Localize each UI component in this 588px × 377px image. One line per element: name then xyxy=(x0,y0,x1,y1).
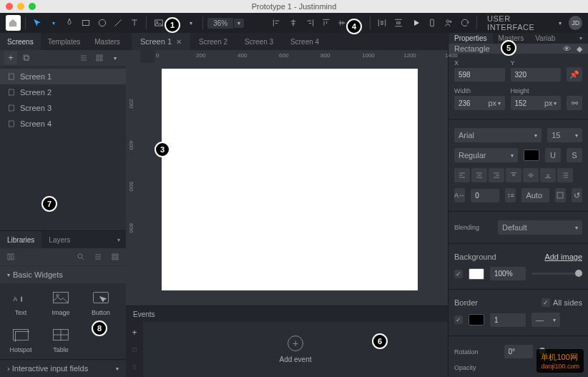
library-list-view[interactable] xyxy=(92,250,104,263)
add-image-link[interactable]: Add image xyxy=(544,253,582,261)
all-sides-checkbox[interactable]: ✓ xyxy=(542,298,550,307)
canvas[interactable] xyxy=(140,63,448,305)
text-tool[interactable] xyxy=(127,15,142,31)
workspace-select[interactable]: USER INTERFACE▾ xyxy=(481,14,567,31)
masters-tab[interactable]: Masters xyxy=(87,33,127,50)
device-preview[interactable] xyxy=(425,15,440,31)
widget-button[interactable]: Button xyxy=(86,289,116,316)
border-style-select[interactable]: —▾ xyxy=(531,313,560,327)
add-dropdown[interactable]: ▾ xyxy=(184,15,199,31)
library-search-button[interactable] xyxy=(74,250,87,263)
image-tool[interactable] xyxy=(151,15,166,31)
x-input[interactable] xyxy=(454,68,505,82)
visibility-icon[interactable]: 👁 xyxy=(563,44,571,54)
transform-icon[interactable] xyxy=(555,188,566,202)
add-screen-button[interactable]: + xyxy=(4,52,17,64)
border-color-swatch[interactable] xyxy=(469,314,484,325)
align-center-h[interactable] xyxy=(286,15,301,31)
library-menu-button[interactable] xyxy=(4,250,17,263)
add-event-side-button[interactable]: + xyxy=(128,326,141,339)
library-grid-view[interactable] xyxy=(109,250,122,263)
library-footer[interactable]: › Interactive input fields▾ xyxy=(0,359,126,377)
text-align-top[interactable] xyxy=(506,168,521,182)
char-spacing-input[interactable] xyxy=(471,189,499,202)
font-size-select[interactable]: 15▾ xyxy=(547,128,582,142)
blending-select[interactable]: Default▾ xyxy=(498,220,582,235)
text-align-left[interactable] xyxy=(454,168,470,182)
height-input[interactable] xyxy=(515,99,544,107)
zoom-control[interactable]: 36% ▾ xyxy=(207,18,244,29)
rotation-input[interactable] xyxy=(504,345,533,358)
close-tab-icon[interactable]: ✕ xyxy=(176,38,182,46)
artboard[interactable] xyxy=(162,69,418,290)
screen-row-3[interactable]: Screen 3 xyxy=(0,100,126,116)
select-dropdown[interactable]: ▾ xyxy=(46,15,61,31)
ellipse-tool[interactable] xyxy=(94,15,109,31)
screen-row-1[interactable]: Screen 1 xyxy=(0,69,126,84)
background-checkbox[interactable]: ✓ xyxy=(454,270,463,278)
pen-tool[interactable] xyxy=(62,15,77,31)
user-avatar[interactable]: JD xyxy=(569,16,582,30)
zoom-value[interactable]: 36% xyxy=(207,18,233,29)
width-input[interactable] xyxy=(459,99,487,107)
properties-tab[interactable]: Properties xyxy=(449,33,493,44)
list-button[interactable] xyxy=(557,168,573,182)
border-checkbox[interactable]: ✓ xyxy=(454,315,463,324)
sync-button[interactable] xyxy=(457,15,472,31)
add-event-button[interactable]: + xyxy=(288,336,303,351)
widget-text[interactable]: AIText xyxy=(6,289,36,316)
font-weight-select[interactable]: Regular▾ xyxy=(454,148,518,162)
reset-text-icon[interactable]: ↺ xyxy=(572,188,582,202)
line-tool[interactable] xyxy=(111,15,126,31)
duplicate-screen-button[interactable] xyxy=(20,52,33,64)
widget-table[interactable]: Table xyxy=(46,326,76,353)
distribute-v[interactable] xyxy=(391,15,406,31)
text-align-right[interactable] xyxy=(489,168,504,182)
maximize-window[interactable] xyxy=(29,3,36,10)
templates-tab[interactable]: Templates xyxy=(41,33,88,50)
lock-icon[interactable]: ◆ xyxy=(577,44,582,54)
lib-tabs-dropdown[interactable]: ▾ xyxy=(112,237,126,243)
widget-image[interactable]: Image xyxy=(46,289,76,316)
add-tool[interactable]: + xyxy=(167,15,182,31)
layers-tab[interactable]: Layers xyxy=(41,231,77,248)
pin-icon[interactable]: 📌 xyxy=(567,67,582,82)
font-family-select[interactable]: Arial▾ xyxy=(454,128,542,142)
play-button[interactable] xyxy=(408,15,423,31)
underline-button[interactable]: U xyxy=(545,148,561,162)
rectangle-tool[interactable] xyxy=(79,15,94,31)
canvas-tab-3[interactable]: Screen 3 xyxy=(236,33,282,50)
y-input[interactable] xyxy=(511,68,562,82)
right-tabs-dropdown[interactable]: ▾ xyxy=(574,35,588,41)
border-width-input[interactable] xyxy=(490,313,526,327)
canvas-tab-4[interactable]: Screen 4 xyxy=(282,33,328,50)
link-dimensions-icon[interactable]: ⚯ xyxy=(567,96,582,110)
text-align-center[interactable] xyxy=(471,168,487,182)
home-button[interactable] xyxy=(6,15,21,31)
share-button[interactable] xyxy=(441,15,456,31)
align-right[interactable] xyxy=(303,15,318,31)
align-bottom[interactable] xyxy=(351,15,366,31)
widget-hotspot[interactable]: Hotspot xyxy=(6,326,36,353)
background-color-swatch[interactable] xyxy=(469,268,484,280)
minimize-window[interactable] xyxy=(17,3,24,10)
list-view-button[interactable] xyxy=(77,52,90,64)
background-opacity-slider[interactable] xyxy=(531,273,582,275)
zoom-dropdown[interactable]: ▾ xyxy=(234,19,244,28)
distribute-h[interactable] xyxy=(375,15,390,31)
screens-tab[interactable]: Screens xyxy=(0,33,41,50)
screen-row-4[interactable]: Screen 4 xyxy=(0,116,126,132)
align-middle[interactable] xyxy=(335,15,350,31)
text-align-bottom[interactable] xyxy=(540,168,556,182)
align-top[interactable] xyxy=(318,15,333,31)
line-height-select[interactable]: Auto xyxy=(521,188,549,202)
widget-section-header[interactable]: ▾Basic Widgets xyxy=(0,266,126,283)
canvas-tab-1[interactable]: Screen 1✕ xyxy=(132,33,190,50)
align-left[interactable] xyxy=(270,15,285,31)
grid-view-button[interactable] xyxy=(93,52,106,64)
libraries-tab[interactable]: Libraries xyxy=(0,231,41,248)
right-masters-tab[interactable]: Masters xyxy=(493,33,530,44)
select-tool[interactable] xyxy=(30,15,45,31)
copy-event-button[interactable] xyxy=(128,343,141,356)
font-color-swatch[interactable] xyxy=(524,150,539,161)
